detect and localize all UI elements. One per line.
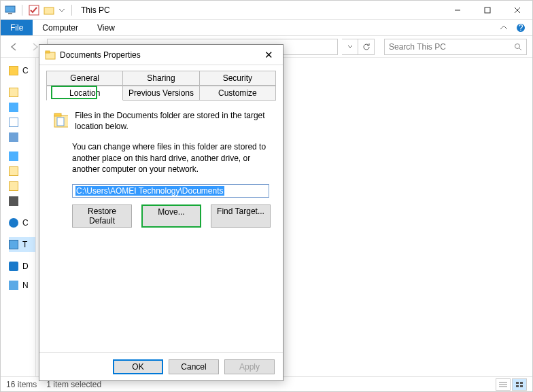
check-icon[interactable] (29, 5, 39, 16)
ribbon-file-tab[interactable]: File (1, 20, 33, 35)
nav-item[interactable] (9, 130, 35, 145)
navigation-pane: C C T D N (1, 58, 36, 376)
svg-rect-41 (516, 382, 519, 384)
dialog-close-button[interactable]: ✕ (260, 48, 277, 63)
help-icon[interactable]: ? (516, 23, 526, 33)
path-input[interactable]: C:\Users\AOMEI Technology\Documents (72, 184, 269, 198)
ribbon: File Computer View ? (1, 20, 532, 36)
tab-location[interactable]: Location (46, 86, 123, 101)
svg-rect-42 (520, 382, 523, 384)
svg-rect-46 (46, 51, 50, 53)
status-count: 16 items (6, 380, 37, 389)
svg-rect-5 (485, 7, 490, 13)
find-target-button[interactable]: Find Target... (211, 204, 271, 228)
ribbon-caret-icon[interactable] (500, 24, 508, 32)
svg-rect-43 (516, 385, 519, 387)
close-button[interactable] (502, 1, 532, 20)
maximize-button[interactable] (472, 1, 502, 20)
svg-rect-44 (520, 385, 523, 387)
svg-rect-1 (8, 13, 12, 14)
qat-dropdown-icon[interactable] (58, 7, 65, 14)
pc-icon (5, 5, 16, 16)
nav-item[interactable]: D (9, 259, 35, 274)
svg-rect-3 (44, 7, 54, 14)
nav-item[interactable] (9, 179, 35, 194)
tab-general[interactable]: General (46, 71, 123, 86)
back-button[interactable] (6, 39, 22, 55)
tab-previous-versions[interactable]: Previous Versions (123, 86, 199, 101)
apply-button[interactable]: Apply (224, 359, 275, 374)
cancel-button[interactable]: Cancel (169, 359, 219, 374)
nav-item[interactable] (9, 149, 35, 164)
tab-customize[interactable]: Customize (200, 86, 276, 101)
nav-item[interactable] (9, 115, 35, 130)
svg-point-8 (515, 43, 520, 48)
restore-default-button[interactable]: Restore Default (72, 204, 132, 228)
titlebar: This PC (1, 1, 532, 20)
nav-this-pc[interactable]: T (9, 237, 35, 252)
nav-quick-access[interactable]: C (9, 63, 35, 78)
nav-item[interactable] (9, 194, 35, 209)
svg-rect-49 (57, 118, 64, 126)
details-view-button[interactable] (496, 378, 511, 391)
search-input[interactable] (389, 42, 514, 52)
ok-button[interactable]: OK (113, 359, 163, 374)
nav-item[interactable] (9, 164, 35, 179)
nav-onedrive[interactable]: C (9, 215, 35, 230)
nav-item[interactable] (9, 85, 35, 100)
folder-icon (45, 50, 56, 60)
dialog-tabs: General Sharing Security Location Previo… (39, 65, 283, 101)
explorer-window: This PC File Computer View ? C (0, 0, 533, 392)
tiles-view-button[interactable] (512, 378, 527, 391)
svg-rect-48 (54, 113, 61, 116)
search-icon (514, 43, 522, 51)
minimize-button[interactable] (443, 1, 472, 20)
nav-network[interactable]: N (9, 278, 35, 293)
nav-item[interactable] (9, 100, 35, 115)
svg-text:?: ? (519, 23, 523, 33)
ribbon-view-tab[interactable]: View (88, 20, 124, 35)
tab-security[interactable]: Security (200, 71, 276, 86)
dialog-title: Documents Properties (60, 50, 141, 60)
dialog-footer: OK Cancel Apply (39, 352, 283, 380)
dialog-info-text: Files in the Documents folder are stored… (75, 110, 269, 132)
dialog-titlebar: Documents Properties ✕ (39, 45, 283, 65)
window-title: This PC (81, 5, 110, 15)
address-dropdown[interactable] (342, 39, 358, 55)
svg-line-9 (519, 48, 521, 50)
move-button[interactable]: Move... (141, 204, 201, 228)
refresh-button[interactable] (358, 39, 375, 55)
ribbon-computer-tab[interactable]: Computer (33, 20, 88, 35)
tab-sharing[interactable]: Sharing (123, 71, 199, 86)
svg-rect-0 (5, 6, 15, 12)
dialog-body: Files in the Documents folder are stored… (39, 101, 283, 352)
folder-qat-icon[interactable] (44, 5, 54, 16)
search-box[interactable] (384, 39, 527, 55)
dialog-description: You can change where files in this folde… (72, 141, 269, 175)
folder-large-icon (53, 110, 68, 129)
properties-dialog: Documents Properties ✕ General Sharing S… (39, 44, 283, 381)
